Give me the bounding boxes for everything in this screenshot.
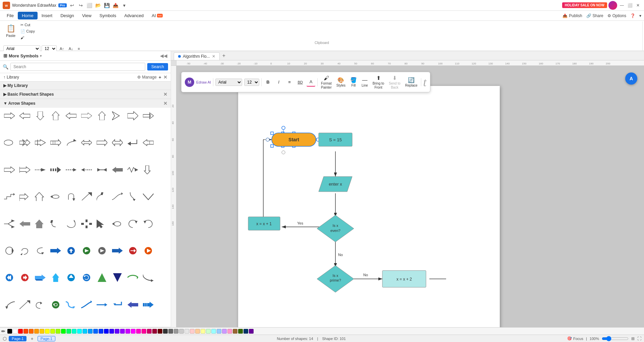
arrow-zigzag[interactable] xyxy=(125,164,140,176)
font-decrease-button[interactable]: A↓ xyxy=(67,46,75,51)
arrow-double-right2[interactable] xyxy=(33,137,48,149)
arrow-swoosh[interactable] xyxy=(110,191,125,203)
arrow-right[interactable] xyxy=(2,110,17,122)
color-swatch-37[interactable] xyxy=(206,329,211,334)
arrow-up[interactable] xyxy=(48,110,63,122)
arrow-green-triangle[interactable] xyxy=(95,272,109,284)
color-swatch-30[interactable] xyxy=(168,329,173,334)
arrow-swirl[interactable] xyxy=(33,299,48,311)
export-button[interactable]: 📤 xyxy=(112,2,119,9)
arrow-thin-diagonal[interactable] xyxy=(17,299,32,311)
new-button[interactable]: ⬜ xyxy=(86,2,93,9)
font-align-button[interactable]: ≡ xyxy=(76,46,82,51)
add-library-button[interactable]: + xyxy=(159,75,161,80)
arrow-striped-right[interactable] xyxy=(141,110,156,122)
save-button[interactable]: 💾 xyxy=(104,2,110,9)
arrow-right-turn[interactable] xyxy=(17,191,32,203)
arrow-splitter[interactable] xyxy=(2,218,17,230)
paste-button[interactable]: 📋 Paste xyxy=(3,22,18,40)
color-swatch-40[interactable] xyxy=(222,329,227,334)
arrow-down[interactable] xyxy=(33,110,48,122)
color-swatch-13[interactable] xyxy=(77,329,82,334)
arrow-curved[interactable] xyxy=(64,137,78,149)
page-1-tab[interactable]: Page-1 xyxy=(38,336,55,341)
zoom-slider[interactable] xyxy=(602,336,629,341)
color-picker-icon[interactable]: ✏ xyxy=(1,329,5,334)
arrow-horizontal-oval[interactable] xyxy=(2,137,17,149)
menu-home[interactable]: Home xyxy=(18,12,38,19)
arrow-left-stub[interactable] xyxy=(141,137,156,149)
arrow-right-outline[interactable] xyxy=(79,110,94,122)
color-swatch-38[interactable] xyxy=(211,329,216,334)
color-swatch-5[interactable] xyxy=(34,329,39,334)
arrow-double-headed[interactable] xyxy=(95,164,109,176)
arrow-curved-2[interactable] xyxy=(79,299,94,311)
arrow-up2[interactable] xyxy=(33,218,48,230)
color-swatch-29[interactable] xyxy=(163,329,168,334)
arrow-triple-right[interactable] xyxy=(141,299,156,311)
menu-symbols[interactable]: Symbols xyxy=(96,12,120,19)
arrow-dotted-right[interactable] xyxy=(33,164,48,176)
arrow-right-bar[interactable] xyxy=(17,164,32,176)
arrow-blue-up[interactable] xyxy=(48,272,63,284)
basic-flowchart-header[interactable]: ▶ Basic Flowchart Shapes ✕ xyxy=(0,90,171,99)
help-action[interactable]: ❓ xyxy=(630,13,635,18)
color-swatch-21[interactable] xyxy=(120,329,125,334)
float-size-select[interactable]: 12 xyxy=(244,79,259,86)
tab-close[interactable]: ✕ xyxy=(212,54,215,59)
color-swatch-9[interactable] xyxy=(56,329,60,334)
add-page-button[interactable]: + xyxy=(29,336,35,342)
menu-design[interactable]: Design xyxy=(56,12,78,19)
arrow-rotate-ccw[interactable] xyxy=(141,218,156,230)
arrow-red-left[interactable] xyxy=(17,272,32,284)
arrow-circle-outline[interactable] xyxy=(2,245,17,257)
arrow-double-right-outline[interactable] xyxy=(95,137,109,149)
focus-button[interactable]: 🎯 Focus xyxy=(567,336,583,341)
arrow-four-way[interactable] xyxy=(79,218,94,230)
arrow-reverse[interactable] xyxy=(125,299,140,311)
color-swatch-7[interactable] xyxy=(45,329,50,334)
color-swatch-10[interactable] xyxy=(61,329,66,334)
sidebar-collapse-button[interactable]: ◀◀ xyxy=(160,53,167,58)
share-action[interactable]: 🔗Share xyxy=(586,13,603,18)
cut-button[interactable]: ✂ Cut xyxy=(19,22,37,28)
undo-button[interactable]: ↩ xyxy=(69,2,75,9)
user-avatar[interactable] xyxy=(608,1,617,10)
arrow-curve-up[interactable] xyxy=(95,191,109,203)
arrow-curved-stub[interactable] xyxy=(2,299,17,311)
manage-button[interactable]: ⚙Manage xyxy=(137,75,156,80)
color-swatch-32[interactable] xyxy=(179,329,184,334)
arrow-green-curved[interactable] xyxy=(125,272,140,284)
tab-add-button[interactable]: + xyxy=(220,51,228,60)
color-swatch-23[interactable] xyxy=(131,329,136,334)
arrow-circular[interactable] xyxy=(48,218,63,230)
arrow-orange-play[interactable] xyxy=(141,245,156,257)
color-swatch-2[interactable] xyxy=(18,329,23,334)
close-button[interactable]: ✕ xyxy=(635,2,641,9)
maximize-button[interactable]: ⬜ xyxy=(627,2,633,9)
more-button[interactable]: ▾ xyxy=(121,2,128,9)
color-swatch-20[interactable] xyxy=(115,329,119,334)
menu-view[interactable]: View xyxy=(78,12,96,19)
minimize-button[interactable]: — xyxy=(619,2,625,9)
arrow-stepped[interactable] xyxy=(2,191,17,203)
edraw-ai-floating-icon[interactable]: A xyxy=(625,72,637,85)
arrow-right-stub[interactable] xyxy=(2,164,17,176)
color-swatch-33[interactable] xyxy=(184,329,189,334)
arrow-diagonal-up[interactable] xyxy=(79,191,94,203)
arrow-gray-right[interactable] xyxy=(95,245,109,257)
font-increase-button[interactable]: A↑ xyxy=(58,46,66,51)
color-swatch-17[interactable] xyxy=(99,329,103,334)
search-button[interactable]: Search xyxy=(147,63,168,70)
color-swatch-27[interactable] xyxy=(152,329,157,334)
arrow-circular2[interactable] xyxy=(110,218,125,230)
arrow-left-2[interactable] xyxy=(110,164,125,176)
my-library-header[interactable]: ▶ My Library xyxy=(0,82,171,90)
float-align-button[interactable]: ≡ xyxy=(285,78,294,87)
arrow-dark-red[interactable] xyxy=(125,245,140,257)
arrow-v-shape[interactable] xyxy=(141,191,156,203)
float-underline-button[interactable]: BD xyxy=(296,78,305,87)
arrow-left-bent[interactable] xyxy=(17,218,32,230)
arrow-rotate-cw[interactable] xyxy=(125,218,140,230)
arrow-c-shape[interactable] xyxy=(33,245,48,257)
